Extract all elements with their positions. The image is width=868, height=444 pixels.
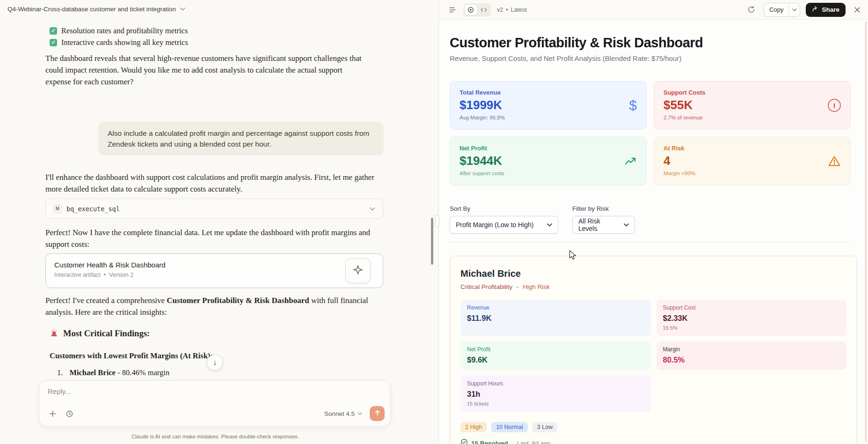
cell-revenue: Revenue $11.9K (460, 300, 651, 336)
conversation-title-menu[interactable]: Q4-Webinar-Cross-database customer and t… (7, 6, 185, 13)
checklist-label: Interactive cards showing all key metric… (61, 38, 188, 47)
cell-sub: 15 tickets (467, 400, 644, 407)
metric-label: Support Costs (664, 89, 706, 96)
metric-text: Net Profit $1944K After support costs (460, 145, 504, 178)
siren-icon (50, 328, 58, 339)
ai-disclaimer: Claude is AI and can make mistakes. Plea… (28, 434, 402, 439)
refresh-button[interactable] (745, 4, 757, 16)
copy-button[interactable]: Copy (764, 3, 788, 16)
cell-label: Support Cost (663, 304, 840, 311)
reply-input[interactable] (48, 387, 244, 395)
customer-card: Michael Brice Critical Profitability • H… (450, 256, 857, 444)
send-button[interactable] (370, 406, 385, 421)
preview-eye-button[interactable] (464, 4, 477, 15)
artifact-pane: v2 • Latest Copy Share (438, 0, 868, 444)
checklist-label: Resolution rates and profitability metri… (61, 26, 188, 36)
sort-select[interactable]: Profit Margin (Low to High) (450, 216, 558, 234)
sort-control: Sort By Profit Margin (Low to High) (450, 205, 558, 234)
metrics-grid: Total Revenue $1999K Avg Margin: 95.8% $… (450, 81, 851, 185)
risk-filter-control: Filter by Risk All Risk Levels (572, 205, 635, 234)
metric-value: $1944K (460, 154, 504, 168)
copy-dropdown-caret[interactable] (788, 3, 800, 16)
resolved-count: 15 Resolved (471, 440, 508, 444)
pane-resize-handle[interactable] (435, 215, 439, 227)
check-icon: ✓ (50, 39, 57, 46)
cell-support-hours: Support Hours 31h 15 tickets (460, 376, 651, 412)
cell-sub: 19.5% (663, 325, 840, 331)
metric-label: Net Profit (460, 145, 504, 152)
checklist-item: ✓ Interactive cards showing all key metr… (50, 37, 188, 48)
checklist-item: ✓ Resolution rates and profitability met… (50, 25, 188, 37)
customer-name: Michael Brice (460, 267, 846, 280)
chevron-down-icon (180, 7, 185, 11)
metric-sub: Avg Margin: 95.8% (460, 115, 505, 120)
model-selector[interactable]: Sonnet 4.5 (324, 410, 362, 417)
assistant-paragraph: I'll enhance the dashboard with support … (45, 171, 376, 195)
artifact-star-icon (352, 264, 364, 277)
arrow-up-icon (374, 409, 381, 418)
risk-tag: High Risk (523, 283, 550, 290)
metric-card-at-risk: At Risk 4 Margin <90% (654, 137, 851, 185)
findings-heading-row: Most Critical Findings: (50, 328, 150, 339)
metric-text: Support Costs $55K 2.7% of revenue (664, 89, 706, 122)
checklist: ✓ Resolution rates and profitability met… (50, 25, 188, 48)
code-view-button[interactable] (477, 4, 490, 15)
version-status: Latest (511, 7, 527, 13)
view-mode-toggle (463, 3, 491, 16)
artifact-version: Version 2 (109, 272, 133, 278)
resolved-row: 15 Resolved Last: 8d ago (460, 438, 846, 444)
mcp-tool-icon: M (53, 205, 62, 213)
cell-label: Revenue (467, 304, 644, 311)
chat-pane: Q4-Webinar-Cross-database customer and t… (0, 0, 438, 444)
cell-value: 80.5% (663, 355, 840, 365)
share-button[interactable]: Share (806, 3, 846, 17)
conversation-title: Q4-Webinar-Cross-database customer and t… (7, 6, 176, 13)
metric-text: Total Revenue $1999K Avg Margin: 95.8% (460, 89, 505, 122)
artifact-icon-box (345, 258, 371, 283)
outline-list-button[interactable] (446, 4, 459, 16)
metric-card-total-revenue: Total Revenue $1999K Avg Margin: 95.8% $ (450, 81, 647, 130)
attach-plus-button[interactable] (47, 408, 58, 419)
version-indicator: v2 • Latest (497, 7, 527, 13)
filter-label: Filter by Risk (572, 205, 635, 212)
meta-separator: • (104, 272, 106, 278)
chat-scrollbar-thumb[interactable] (431, 218, 433, 265)
user-message-bubble: Also include a calculated profit margin … (98, 122, 384, 155)
dashboard-title: Customer Profitability & Risk Dashboard (450, 34, 851, 52)
cell-label: Margin (663, 346, 840, 353)
cell-label: Net Profit (467, 346, 644, 353)
risk-filter-select[interactable]: All Risk Levels (572, 216, 635, 234)
assistant-paragraph: Perfect! I've created a comprehensive Cu… (45, 295, 371, 318)
dashboard-content: Customer Profitability & Risk Dashboard … (439, 20, 868, 444)
arrow-down-icon: ↓ (213, 358, 217, 367)
history-clock-button[interactable] (64, 408, 75, 419)
metric-label: Total Revenue (460, 89, 505, 96)
cell-value: $9.6K (467, 355, 644, 365)
cell-label: Support Hours (467, 380, 644, 387)
trend-up-icon (624, 155, 637, 168)
cell-value: $11.9K (467, 313, 644, 324)
close-artifact-button[interactable] (851, 4, 863, 16)
composer-toolbar: Sonnet 4.5 (47, 406, 385, 421)
message-composer: Sonnet 4.5 (39, 380, 391, 427)
metric-sub: After support costs (460, 170, 504, 176)
warning-triangle-icon (828, 155, 841, 168)
cell-value: $2.33K (663, 313, 840, 324)
version-number: v2 (497, 7, 503, 13)
model-name: Sonnet 4.5 (324, 410, 355, 417)
metric-card-net-profit: Net Profit $1944K After support costs (450, 137, 647, 185)
assistant-paragraph: Perfect! Now I have the complete financi… (45, 227, 376, 250)
metric-card-support-costs: Support Costs $55K 2.7% of revenue ! (654, 81, 851, 130)
user-message-text: Also include a calculated profit margin … (108, 129, 369, 148)
artifact-scrollbar-thumb[interactable] (865, 22, 867, 442)
cell-net-profit: Net Profit $9.6K (460, 341, 651, 370)
artifact-preview-card[interactable]: Customer Health & Risk Dashboard Interac… (45, 253, 383, 288)
copy-split-button: Copy (764, 3, 800, 17)
app: Q4-Webinar-Cross-database customer and t… (0, 0, 868, 444)
share-arrow-icon (812, 6, 818, 14)
scroll-to-bottom-button[interactable]: ↓ (207, 355, 223, 370)
tool-call-row[interactable]: M bq_execute_sql (45, 199, 383, 219)
metric-label: At Risk (664, 145, 695, 152)
badge-normal: 10 Normal (491, 422, 528, 432)
sort-label: Sort By (450, 205, 558, 212)
